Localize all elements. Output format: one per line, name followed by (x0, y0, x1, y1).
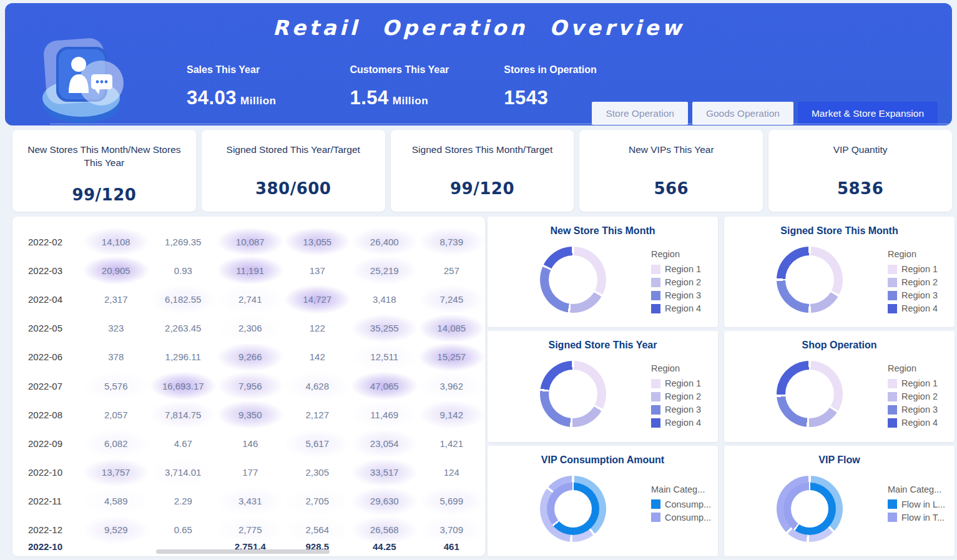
table-cell: 33,517 (351, 458, 418, 487)
donut-hole (791, 490, 828, 528)
legend-item[interactable]: Region 1 (888, 264, 938, 274)
legend-item[interactable]: Region 3 (888, 290, 938, 300)
legend-item[interactable]: Region 4 (888, 303, 938, 313)
legend-swatch-icon (888, 265, 897, 274)
summary-card-value: 380/600 (213, 179, 374, 198)
table-cell: 20,905 (82, 256, 150, 285)
legend-item[interactable]: Region 2 (888, 391, 938, 401)
table-row[interactable]: 2022-063781,296.119,26614212,51115,257 (12, 343, 485, 371)
chart-title: VIP Consumption Amount (488, 454, 718, 466)
monthly-data-table[interactable]: 2022-0214,1081,269.3510,08713,05526,4008… (12, 217, 485, 556)
summary-card-title: New VIPs This Year (591, 144, 752, 157)
legend-item[interactable]: Region 1 (651, 378, 701, 388)
donut-chart[interactable] (777, 247, 843, 313)
legend-label: Region 1 (901, 264, 938, 274)
legend-label: Region 2 (665, 391, 701, 401)
donut-chart[interactable] (540, 247, 606, 313)
table-row[interactable]: 2022-0214,1081,269.3510,08713,05526,4008… (12, 227, 485, 256)
legend-item[interactable]: Flow in L... (888, 499, 945, 509)
legend-title: Region (651, 363, 701, 373)
header-kpi: Customers This Year1.54Million (350, 64, 449, 109)
legend-item[interactable]: Consump... (651, 499, 711, 509)
table-cell: 26,400 (351, 227, 418, 256)
table-row[interactable]: 2022-096,0824.671465,61723,0541,421 (12, 429, 485, 458)
legend-swatch-icon (651, 291, 660, 300)
table-row[interactable]: 2022-1013,7573,714.011772,30533,517124 (12, 458, 485, 487)
tab-goods-operation[interactable]: Goods Operation (692, 102, 793, 125)
tab-store-operation[interactable]: Store Operation (592, 102, 687, 125)
legend-label: Flow in L... (901, 499, 945, 509)
table-cell: 461 (418, 532, 486, 556)
donut-chart[interactable] (540, 361, 606, 427)
legend-item[interactable]: Region 2 (651, 391, 701, 401)
legend-label: Region 3 (665, 290, 701, 300)
table-cell: 47,065 (351, 371, 418, 400)
table-cell: 257 (418, 256, 486, 285)
table-row[interactable]: 2022-053232,263.452,30612235,25514,085 (12, 314, 485, 343)
table-cell: 378 (82, 343, 150, 371)
table-row[interactable]: 2022-0320,9050.9311,19113725,219257 (12, 256, 485, 285)
donut-chart[interactable] (777, 476, 843, 542)
chart-title: Shop Operation (724, 340, 955, 351)
legend-label: Region 1 (665, 378, 701, 388)
header-kpi-label: Sales This Year (187, 64, 276, 76)
tab-market-store-expansion[interactable]: Market & Store Expansion (798, 102, 938, 125)
header-kpi-label: Stores in Operation (504, 64, 596, 76)
chart-card-signed-store-this-year: Signed Store This YearRegionRegion 1Regi… (488, 331, 718, 441)
row-date-label: 2022-09 (12, 438, 82, 449)
legend-label: Region 3 (665, 405, 701, 415)
legend-item[interactable]: Consump... (651, 513, 711, 523)
legend-label: Region 4 (901, 418, 938, 428)
header-banner: Retail Operation Overview Sales This Yea… (5, 3, 952, 125)
legend-item[interactable]: Region 3 (651, 290, 701, 300)
table-cell: 7,245 (418, 285, 486, 313)
table-cell: 1,421 (418, 429, 486, 458)
legend-item[interactable]: Region 2 (888, 277, 938, 287)
legend-swatch-icon (888, 513, 897, 522)
chart-title: Signed Store This Month (724, 225, 955, 237)
legend-swatch-icon (651, 392, 660, 401)
table-cell: 323 (82, 314, 150, 343)
row-date-label: 2022-02 (12, 237, 82, 247)
donut-chart[interactable] (777, 361, 843, 427)
header-kpi-suffix: Million (240, 95, 276, 107)
legend-item[interactable]: Region 4 (651, 418, 701, 428)
summary-card-title: VIP Quantity (780, 144, 941, 157)
table-cell: 2,127 (284, 400, 351, 429)
legend-item[interactable]: Region 3 (888, 405, 938, 415)
legend-item[interactable]: Region 1 (651, 264, 701, 274)
legend-title: Region (888, 363, 938, 373)
table-cell: 5,576 (82, 371, 150, 400)
table-cell: 3,431 (217, 487, 284, 516)
summary-card-title: Signed Stores This Month/Target (402, 144, 563, 157)
chart-legend: RegionRegion 1Region 2Region 3Region 4 (888, 249, 938, 317)
donut-chart[interactable] (540, 476, 606, 542)
summary-card-title: New Stores This Month/New Stores This Ye… (24, 144, 185, 170)
legend-swatch-icon (651, 278, 660, 287)
table-row[interactable]: 2022-075,57616,693.177,9564,62847,0653,9… (12, 371, 485, 400)
table-row[interactable]: 2022-082,0577,814.759,3502,12711,4699,14… (12, 400, 485, 429)
chart-title: Signed Store This Year (488, 340, 718, 351)
legend-label: Consump... (665, 499, 711, 509)
table-cell: 2,263.45 (150, 314, 217, 343)
table-cell: 177 (217, 458, 284, 487)
horizontal-scrollbar[interactable] (156, 549, 330, 554)
legend-item[interactable]: Region 2 (651, 277, 701, 287)
table-cell: 15,257 (418, 343, 486, 371)
legend-label: Region 3 (901, 405, 938, 415)
table-row[interactable]: 2022-042,3176,182.552,74114,7273,4187,24… (12, 285, 485, 313)
legend-label: Region 4 (901, 303, 938, 313)
table-row[interactable]: 2022-114,5892.293,4312,70529,6305,699 (12, 487, 485, 516)
table-cell: 35,255 (351, 314, 418, 343)
legend-swatch-icon (651, 265, 660, 274)
header-kpi-value: 34.03Million (187, 87, 276, 109)
legend-item[interactable]: Region 1 (888, 378, 938, 388)
app-logo-icon (31, 28, 137, 125)
table-cell: 29,630 (351, 487, 418, 516)
legend-item[interactable]: Flow in T... (888, 513, 945, 523)
legend-item[interactable]: Region 4 (888, 418, 938, 428)
table-cell: 14,085 (418, 314, 486, 343)
legend-item[interactable]: Region 3 (651, 405, 701, 415)
legend-swatch-icon (888, 291, 897, 300)
legend-item[interactable]: Region 4 (651, 303, 701, 313)
